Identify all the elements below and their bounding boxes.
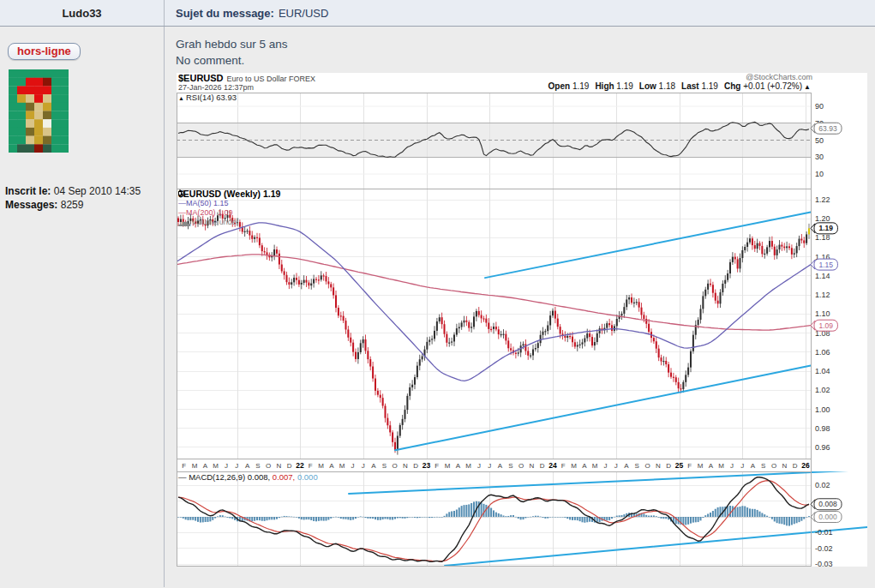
subject-cell: Sujet du message: EUR/USD [165,0,875,26]
svg-text:1.10: 1.10 [815,309,830,318]
message-line-2: No comment. [176,54,875,67]
post-header: Ludo33 Sujet du message: EUR/USD [0,0,875,27]
svg-text:50: 50 [815,136,824,145]
subject-label: Sujet du message: [176,7,274,20]
svg-text:M: M [571,462,577,470]
author-cell: Ludo33 [0,0,165,26]
svg-text:1.22: 1.22 [815,195,830,204]
svg-text:J: J [477,462,481,470]
joined-info: Inscrit le: 04 Sep 2010 14:35 [5,184,153,198]
messages-count: 8259 [61,199,84,211]
svg-text:N: N [782,462,787,470]
svg-text:D: D [287,462,292,470]
svg-text:90: 90 [815,102,824,111]
svg-text:J: J [225,462,228,470]
svg-text:N: N [656,462,661,470]
svg-text:O: O [644,462,650,470]
svg-text:63.93: 63.93 [818,124,837,133]
svg-text:1.09: 1.09 [818,321,833,330]
svg-text:N: N [277,462,282,470]
svg-text:30: 30 [815,153,824,161]
joined-label: Inscrit le: [5,185,51,197]
svg-text:O: O [392,462,397,470]
svg-text:M: M [698,462,704,470]
svg-text:A: A [751,462,756,470]
svg-text:A: A [245,462,250,470]
stockchart-image: FMAMJJASOND22FMAMJJASOND23FMAMJJASOND24F… [177,73,867,567]
svg-text:J: J [362,462,365,470]
messages-info: Messages: 8259 [5,198,153,212]
svg-text:F: F [687,462,692,470]
svg-text:A: A [624,462,629,470]
svg-text:1.18: 1.18 [815,233,830,242]
svg-text:0.98: 0.98 [815,424,830,433]
svg-text:26: 26 [801,461,810,470]
svg-text:F: F [309,462,313,470]
post-body: hors-ligne Inscrit le: 04 Sep 2010 14:35… [0,27,875,587]
svg-text:M: M [318,462,324,470]
chart-canvas: FMAMJJASOND22FMAMJJASOND23FMAMJJASOND24F… [177,73,867,567]
svg-text:O: O [771,462,776,470]
svg-text:D: D [666,462,671,470]
post-content: Grah hebdo sur 5 ans No comment. FMAMJJA… [165,27,875,587]
avatar [9,69,69,153]
message-line-1: Grah hebdo sur 5 ans [176,38,875,51]
svg-text:1.02: 1.02 [815,386,830,394]
svg-text:J: J [351,462,354,470]
messages-label: Messages: [5,199,57,211]
svg-text:0.02: 0.02 [815,481,830,489]
svg-text:J: J [235,462,238,470]
svg-text:-0.01: -0.01 [815,528,833,537]
svg-text:N: N [403,462,408,470]
svg-text:0.008: 0.008 [818,500,837,508]
svg-text:1.14: 1.14 [815,272,830,280]
svg-text:A: A [329,462,334,470]
svg-text:-0.03: -0.03 [815,560,833,567]
svg-text:A: A [498,462,503,470]
svg-text:D: D [793,462,798,470]
svg-text:1.04: 1.04 [815,367,830,375]
svg-text:J: J [603,462,607,470]
svg-text:0.96: 0.96 [815,443,830,452]
svg-text:J: J [488,462,491,470]
svg-text:A: A [582,462,587,470]
svg-text:D: D [540,462,545,470]
svg-text:24: 24 [548,461,557,470]
svg-text:S: S [382,462,387,470]
svg-text:M: M [213,462,219,470]
svg-text:22: 22 [296,461,304,470]
svg-text:J: J [730,462,734,470]
forum-post-page: Ludo33 Sujet du message: EUR/USD hors-li… [0,0,875,588]
offline-status-badge: hors-ligne [8,43,81,60]
svg-text:1.15: 1.15 [818,261,833,269]
svg-text:J: J [614,462,618,470]
svg-text:M: M [718,462,724,470]
svg-text:S: S [508,462,512,470]
svg-text:10: 10 [815,170,824,178]
svg-text:S: S [255,462,260,470]
svg-text:O: O [518,462,524,470]
svg-text:F: F [435,462,439,470]
svg-text:N: N [529,462,534,470]
joined-value: 04 Sep 2010 14:35 [54,185,141,197]
svg-text:M: M [192,462,198,470]
svg-text:M: M [592,462,598,470]
author-sidebar: hors-ligne Inscrit le: 04 Sep 2010 14:35… [0,27,165,587]
post-author: Ludo33 [62,7,101,20]
svg-text:23: 23 [423,461,431,470]
svg-text:M: M [339,462,345,470]
svg-text:O: O [266,462,271,470]
svg-text:F: F [182,462,186,470]
svg-text:1.00: 1.00 [815,405,830,414]
subject-value: EUR/USD [279,7,329,20]
svg-text:S: S [635,462,639,470]
svg-text:1.12: 1.12 [815,291,830,299]
svg-text:M: M [465,462,471,470]
svg-text:S: S [761,462,765,470]
svg-text:1.19: 1.19 [818,224,833,232]
svg-text:A: A [371,462,376,470]
svg-text:1.20: 1.20 [815,214,830,223]
svg-text:1.06: 1.06 [815,348,830,357]
svg-text:25: 25 [675,461,684,470]
svg-text:A: A [456,462,461,470]
